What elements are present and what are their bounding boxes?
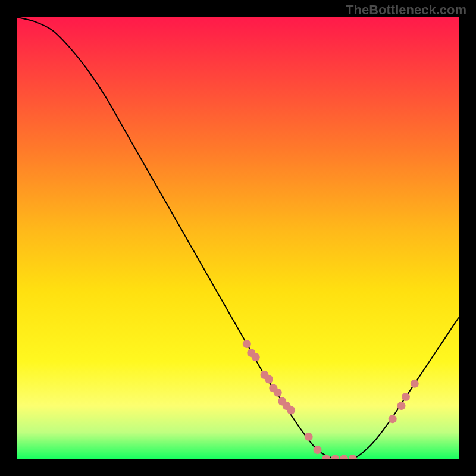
marker-dot	[265, 375, 273, 383]
marker-dot	[389, 415, 397, 423]
watermark-text: TheBottleneck.com	[346, 2, 466, 18]
marker-dot	[252, 353, 260, 361]
marker-dot	[305, 433, 313, 441]
marker-dots	[243, 340, 419, 459]
marker-dot	[287, 406, 295, 414]
marker-dot	[402, 393, 410, 401]
marker-dot	[322, 455, 330, 459]
marker-dot	[340, 455, 348, 459]
bottleneck-curve	[17, 17, 459, 459]
marker-dot	[349, 455, 357, 459]
marker-dot	[243, 340, 251, 348]
marker-dot	[274, 389, 282, 397]
marker-dot	[331, 455, 339, 459]
marker-dot	[411, 380, 419, 388]
chart-svg	[17, 17, 459, 459]
marker-dot	[397, 402, 406, 410]
marker-dot	[314, 446, 322, 454]
plot-area	[17, 17, 459, 459]
